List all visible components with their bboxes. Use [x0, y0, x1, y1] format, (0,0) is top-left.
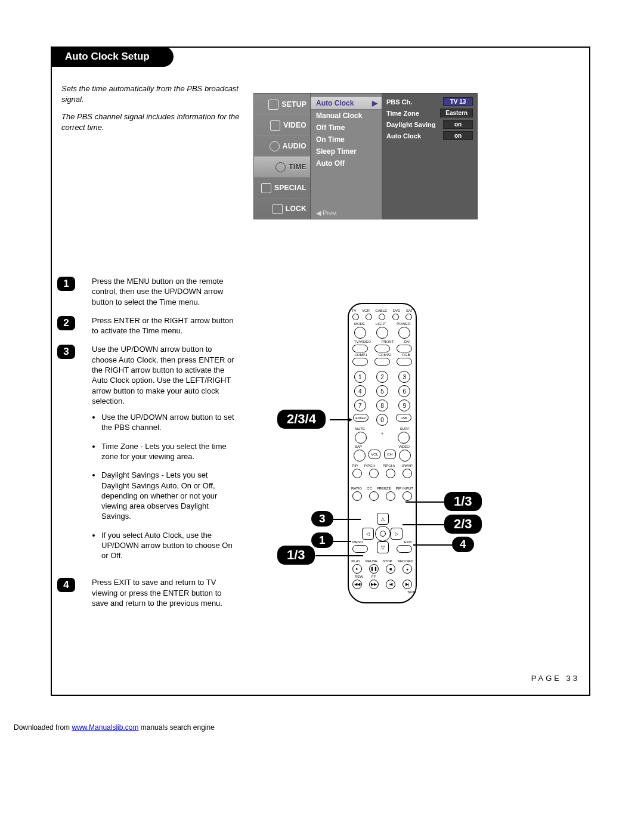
remote-mute-surf-row: +: [349, 432, 416, 444]
swap-button[interactable]: [402, 469, 412, 478]
setup-icon: [268, 100, 278, 110]
power-button[interactable]: [398, 327, 410, 339]
step-3-bullet: Time Zone - Lets you select the time zon…: [101, 441, 236, 462]
dpad-right[interactable]: ▷: [391, 528, 402, 540]
pipinput-button[interactable]: [402, 491, 412, 501]
remote-mode-labels: MODE LIGHT POWER: [349, 322, 416, 326]
step-3-text: Use the UP/DOWN arrow button to choose A…: [92, 344, 236, 569]
pause-button[interactable]: ❚❚: [369, 564, 379, 574]
remote-ratio-labels: RATIO CC FREEZE PIP INPUT: [349, 487, 416, 490]
step-3-bullet: Daylight Savings - Lets you set Daylight…: [101, 470, 236, 521]
remote-play-labels: PLAY PAUSE STOP RECORD: [349, 559, 416, 563]
front-button[interactable]: [374, 345, 390, 352]
audio-icon: [270, 141, 280, 151]
surf-button[interactable]: [398, 432, 410, 444]
osd-item-manual-clock[interactable]: Manual Clock: [311, 110, 382, 122]
dpad-down[interactable]: ▽: [377, 541, 389, 553]
freeze-button[interactable]: [386, 491, 395, 501]
dpad-enter[interactable]: [375, 526, 391, 541]
remote-play-row: ▸ ❚❚ ■ ●: [349, 564, 416, 574]
comp2-button[interactable]: [374, 358, 390, 366]
callout-1: 1: [311, 532, 333, 548]
callout-4: 4: [452, 537, 474, 552]
remote-tvv-row: [349, 345, 416, 352]
osd-prev[interactable]: ◀ Prev.: [316, 209, 338, 217]
stop-button[interactable]: ■: [386, 564, 395, 574]
pip-button[interactable]: [352, 469, 362, 478]
osd-item-auto-off[interactable]: Auto Off: [311, 157, 382, 169]
num-1[interactable]: 1: [354, 371, 366, 383]
usb-button[interactable]: USB: [396, 414, 411, 422]
osd-kv-pbs[interactable]: PBS Ch.TV 13: [386, 97, 473, 106]
ratio-button[interactable]: [352, 491, 362, 501]
light-button[interactable]: [376, 327, 388, 339]
remote-mode-row: [349, 327, 416, 339]
ch-rocker[interactable]: CH: [384, 450, 396, 459]
num-3[interactable]: 3: [398, 371, 410, 383]
record-button[interactable]: ●: [402, 564, 412, 574]
comp1-button[interactable]: [352, 358, 368, 366]
led-sat: [405, 314, 412, 320]
pipch-plus-button[interactable]: [386, 469, 395, 478]
footer-link[interactable]: www.Manualslib.com: [72, 723, 138, 732]
callout-23: 2/3: [444, 515, 482, 534]
callout-13a: 1/3: [277, 546, 315, 565]
dpad-left[interactable]: ◁: [362, 528, 374, 540]
step-3-bullet: Use the UP/DOWN arrow button to set the …: [101, 412, 236, 433]
rew-button[interactable]: ◀◀: [352, 580, 362, 589]
pipch-minus-button[interactable]: [369, 469, 379, 478]
remote-outline: TV VCR CABLE DVD SAT MODE LIGHT POWER: [348, 303, 417, 603]
mute-button[interactable]: [355, 432, 367, 444]
osd-item-sleep-timer[interactable]: Sleep Timer: [311, 145, 382, 157]
remote-skip-label: SKIP: [349, 590, 425, 594]
num-9[interactable]: 9: [398, 400, 410, 411]
play-button[interactable]: ▸: [352, 564, 362, 574]
dvi-button[interactable]: [397, 345, 412, 352]
remote-tvv-labels: TV/VIDEO FRONT DVI: [349, 340, 416, 343]
manual-page: Auto Clock Setup Sets the time automatic…: [0, 0, 644, 833]
cc-button[interactable]: [369, 491, 379, 501]
sap-button[interactable]: [354, 450, 366, 462]
remote-numpad-row2: 4 5 6: [349, 385, 416, 397]
dpad-up[interactable]: △: [377, 513, 389, 525]
led-cable: [379, 314, 385, 320]
num-6[interactable]: 6: [398, 385, 410, 397]
skip-next-button[interactable]: ▶|: [402, 580, 412, 589]
tvvideo-button[interactable]: [352, 345, 368, 352]
num-8[interactable]: 8: [376, 400, 388, 411]
mode-button[interactable]: [354, 327, 366, 339]
skip-prev-button[interactable]: |◀: [386, 580, 395, 589]
osd-item-on-time[interactable]: On Time: [311, 134, 382, 145]
remote-diagram-area: TV VCR CABLE DVD SAT MODE LIGHT POWER: [271, 274, 569, 614]
osd-cat-setup[interactable]: SETUP: [254, 94, 310, 114]
special-icon: [261, 183, 271, 193]
callout-13b: 1/3: [444, 492, 482, 511]
ff-button[interactable]: ▶▶: [369, 580, 379, 589]
remote-sap-video-row: VOL CH: [349, 450, 416, 462]
step-3-bullets: Use the UP/DOWN arrow button to set the …: [92, 412, 236, 561]
num-7[interactable]: 7: [354, 400, 366, 411]
osd-item-auto-clock[interactable]: Auto Clock▶: [311, 97, 382, 110]
num-5[interactable]: 5: [376, 385, 388, 397]
osd-cat-time[interactable]: TIME: [254, 156, 310, 177]
osd-kv-timezone[interactable]: Time ZoneEastern: [386, 109, 473, 117]
osd-cat-video[interactable]: VIDEO: [254, 114, 310, 135]
remote-numpad-row3: 7 8 9: [349, 400, 416, 411]
footer-text: Downloaded from www.Manualslib.com manua…: [14, 723, 215, 732]
num-4[interactable]: 4: [354, 385, 366, 397]
rgb-button[interactable]: [397, 358, 412, 366]
video-button[interactable]: [399, 450, 411, 462]
osd-kv-daylight[interactable]: Daylight Savingon: [386, 120, 473, 129]
step-4-text: Press EXIT to save and return to TV view…: [92, 577, 236, 608]
osd-cat-audio[interactable]: AUDIO: [254, 135, 310, 156]
osd-cat-lock[interactable]: LOCK: [254, 198, 310, 219]
step-2: 2 Press ENTER or the RIGHT arrow button …: [57, 315, 236, 336]
enter-small-button[interactable]: ENTER: [353, 414, 369, 422]
vol-rocker[interactable]: VOL: [369, 450, 380, 459]
num-2[interactable]: 2: [376, 371, 388, 383]
osd-kv-autoclock[interactable]: Auto Clockon: [386, 131, 473, 140]
osd-cat-special[interactable]: SPECIAL: [254, 177, 310, 198]
osd-item-off-time[interactable]: Off Time: [311, 122, 382, 134]
num-0[interactable]: 0: [376, 414, 388, 426]
step-2-text: Press ENTER or the RIGHT arrow button to…: [92, 315, 236, 336]
